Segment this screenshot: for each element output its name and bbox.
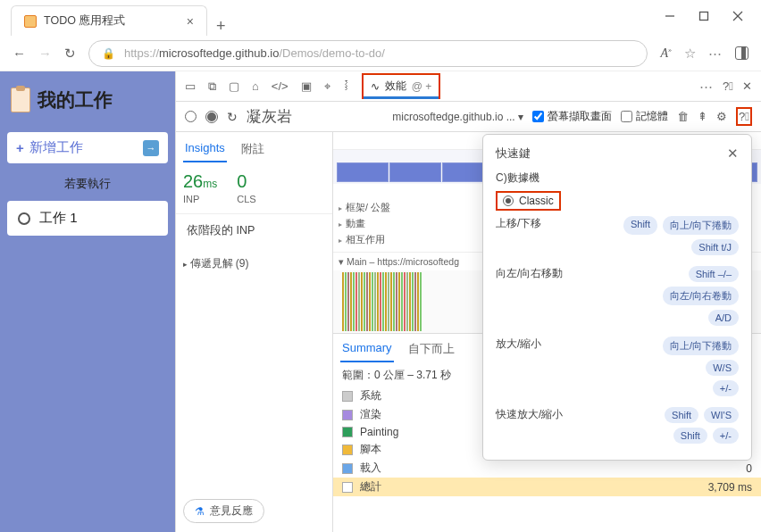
metric-inp: 26ms INP — [183, 171, 217, 204]
reload-record-button[interactable]: ↻ — [227, 110, 238, 124]
key: Shift — [665, 407, 698, 423]
key: +/- — [713, 428, 739, 444]
summary-total: 總計3,709 ms — [333, 478, 761, 496]
app-title-text: 我的工作 — [38, 87, 113, 112]
add-task-label: 新增工作 — [29, 139, 83, 156]
device-icon[interactable]: ⧉ — [208, 79, 216, 94]
key: Shift –/– — [689, 266, 739, 282]
metrics: 26ms INP 0 CLS — [176, 162, 332, 213]
tab-title: TODO 應用程式 — [44, 13, 180, 29]
devtools-close-icon[interactable]: ✕ — [742, 79, 752, 93]
key: 向左/向右卷動 — [663, 287, 739, 305]
insight-link[interactable]: 傳遞見解 (9) — [176, 247, 332, 280]
task-label: 工作 1 — [39, 210, 78, 227]
hint-text: 若要執行 — [7, 176, 168, 192]
clipboard-icon — [11, 87, 30, 112]
browser-titlebar: TODO 應用程式 × + — [0, 0, 761, 36]
elements-icon[interactable]: ▢ — [229, 79, 239, 93]
sc-label-fastzoom: 快速放大/縮小 — [496, 407, 665, 422]
sidebar-toggle-icon[interactable] — [735, 46, 748, 60]
bug-icon[interactable]: ⌖ — [324, 79, 330, 94]
gear-icon[interactable]: ⚙ — [716, 110, 727, 123]
feedback-button[interactable]: ⚗ 意見反應 — [183, 499, 264, 523]
nav-forward-button: → — [38, 46, 52, 61]
sc-label-zoom: 放大/縮小 — [496, 337, 663, 352]
inspect-icon[interactable]: ▭ — [185, 79, 196, 93]
sc-modem-label: C)數據機 — [496, 170, 739, 186]
radio-classic[interactable]: Classic — [496, 191, 561, 211]
url-input[interactable]: 🔒 https://microsoftedge.github.io/Demos/… — [88, 40, 648, 67]
tab-summary[interactable]: Summary — [340, 337, 394, 362]
sc-label-updown: 上移/下移 — [496, 216, 623, 231]
radio-dot-icon — [503, 195, 514, 206]
task-checkbox-icon[interactable] — [18, 212, 30, 225]
perf-wave-icon: ∿ — [371, 80, 380, 93]
key: 向上/向下捲動 — [663, 337, 739, 355]
radio-classic-label: Classic — [519, 195, 554, 207]
key: Shift — [623, 216, 657, 235]
throttle-dropdown[interactable]: microsoftedge.github.io ... ▾ — [392, 111, 523, 123]
tab-close-icon[interactable]: × — [187, 14, 194, 29]
browser-address-bar: ← → ↻ 🔒 https://microsoftedge.github.io/… — [0, 36, 761, 71]
network-icon[interactable]: ⸾ — [343, 79, 349, 93]
insight-section-inp[interactable]: 依階段的 INP — [176, 213, 332, 247]
window-close-button[interactable] — [732, 11, 743, 21]
performance-toolbar: ↻ 凝灰岩 microsoftedge.github.io ... ▾ 螢幕擷取… — [176, 102, 761, 132]
trash-icon[interactable]: 🗑 — [677, 110, 689, 123]
key: WI'S — [704, 407, 739, 423]
upload-icon[interactable]: ⇞ — [698, 110, 707, 123]
nav-back-button[interactable]: ← — [13, 46, 26, 61]
app-title: 我的工作 — [7, 80, 168, 120]
sources-icon[interactable]: </> — [272, 79, 289, 93]
perf-tab-suffix: @ + — [412, 80, 432, 93]
insights-panel: Insights 附註 26ms INP 0 CLS 依階段的 INP 傳遞見解… — [176, 132, 333, 532]
performance-tab[interactable]: ∿ 效能 @ + — [362, 73, 441, 99]
favorite-icon[interactable]: ☆ — [684, 46, 696, 62]
devtools-toolbar: ▭ ⧉ ▢ ⌂ </> ▣ ⌖ ⸾ ∿ 效能 @ + ⋯ ?⃝ ✕ — [176, 71, 761, 102]
window-maximize-button[interactable] — [698, 11, 709, 21]
record-button[interactable] — [185, 111, 197, 122]
submit-arrow-icon[interactable]: → — [143, 140, 159, 156]
new-tab-button[interactable]: + — [216, 17, 226, 36]
sc-label-lr: 向左/向右移動 — [496, 266, 663, 281]
tab-notes[interactable]: 附註 — [239, 137, 266, 162]
summary-row: 載入0 — [342, 459, 752, 478]
plus-icon: + — [16, 140, 24, 155]
app-sidebar: 我的工作 + 新增工作 → 若要執行 工作 1 — [0, 71, 175, 532]
home-icon[interactable]: ⌂ — [252, 79, 259, 93]
shortcuts-popup: 快速鍵 ✕ C)數據機 Classic 上移/下移 Shift向上/向下捲動 S… — [482, 134, 752, 461]
read-aloud-icon[interactable]: A» — [660, 46, 672, 61]
url-text: https://microsoftedge.github.io/Demos/de… — [124, 46, 385, 60]
svg-rect-1 — [700, 12, 708, 21]
metric-cls: 0 CLS — [237, 171, 255, 204]
help-button-highlighted[interactable]: ?⃝ — [736, 107, 752, 126]
tab-bottomup[interactable]: 自下而上 — [406, 337, 456, 362]
key: W/S — [706, 360, 739, 376]
screenshots-checkbox[interactable]: 螢幕擷取畫面 — [532, 109, 612, 124]
key: Shift — [673, 428, 707, 444]
lock-icon: 🔒 — [102, 47, 115, 60]
recording-title: 凝灰岩 — [247, 106, 292, 127]
browser-menu-icon[interactable]: ⋯ — [708, 46, 723, 62]
tab-favicon-icon — [24, 15, 37, 28]
key: A/D — [708, 310, 739, 326]
window-minimize-button[interactable] — [665, 11, 675, 21]
shortcuts-title: 快速鍵 — [496, 145, 531, 162]
browser-tab[interactable]: TODO 應用程式 × — [11, 5, 207, 36]
memory-checkbox[interactable]: 記憶體 — [621, 109, 668, 124]
nav-refresh-button[interactable]: ↻ — [64, 46, 76, 62]
shortcuts-close-icon[interactable]: ✕ — [727, 145, 739, 162]
flask-icon: ⚗ — [195, 505, 205, 518]
record-dot-button[interactable] — [205, 111, 218, 123]
devtools-help-icon-top[interactable]: ?⃝ — [723, 79, 733, 93]
devtools-more-icon[interactable]: ⋯ — [699, 79, 714, 95]
key: +/- — [713, 380, 739, 396]
key: Shift t/J — [691, 239, 739, 255]
add-task-input[interactable]: + 新增工作 → — [7, 132, 168, 163]
key: 向上/向下捲動 — [663, 216, 739, 235]
console-icon[interactable]: ▣ — [301, 79, 312, 93]
tab-insights[interactable]: Insights — [183, 137, 227, 162]
task-item[interactable]: 工作 1 — [7, 201, 168, 236]
perf-tab-label: 效能 — [385, 79, 406, 94]
